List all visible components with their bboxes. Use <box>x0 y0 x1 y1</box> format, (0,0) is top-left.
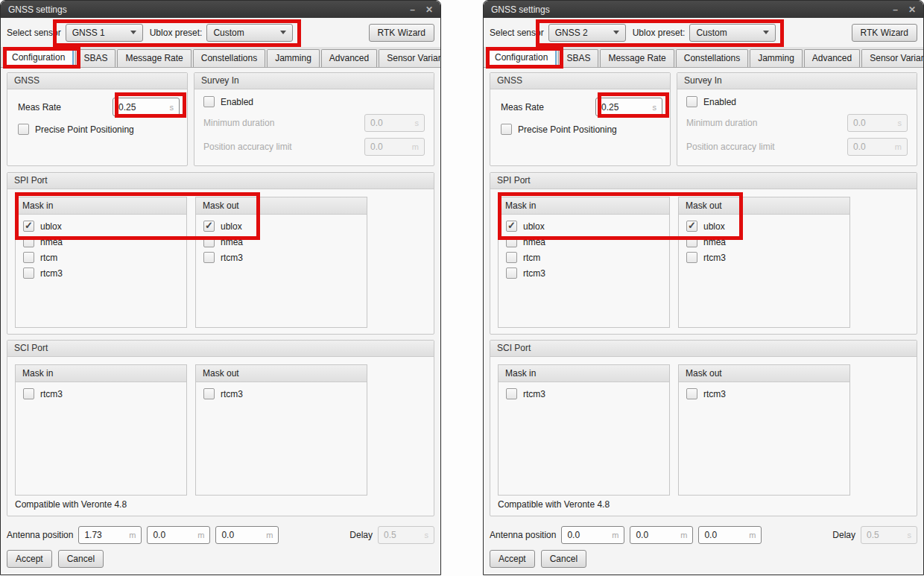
ublox-label: ublox <box>523 221 545 232</box>
list-item: rtcm3 <box>686 252 849 263</box>
minimum-duration-value: 0.0 <box>370 118 383 128</box>
delay-value: 0.5 <box>384 530 396 540</box>
minimum-duration-label: Minimum duration <box>686 118 757 128</box>
meas-rate-label: Meas Rate <box>18 102 61 113</box>
rtcm3-checkbox[interactable] <box>23 268 34 279</box>
titlebar[interactable]: GNSS settings – ✕ <box>1 1 440 18</box>
rtcm3-checkbox[interactable] <box>23 388 34 399</box>
sci-port-group-title: SCI Port <box>7 341 434 357</box>
tab-advanced[interactable]: Advanced <box>321 49 377 67</box>
rtcm-checkbox[interactable] <box>23 252 34 263</box>
nmea-checkbox[interactable] <box>203 236 215 247</box>
minimum-duration-value: 0.0 <box>853 118 866 128</box>
spi-mask-out-panel: Mask out ublox nmea rtcm3 <box>678 197 850 328</box>
compatibility-note: Compatible with Veronte 4.8 <box>7 496 434 510</box>
ublox-checkbox[interactable] <box>23 221 34 232</box>
antenna-z-input[interactable]: 0.0 m <box>215 526 279 544</box>
antenna-z-input[interactable]: 0.0 m <box>698 526 762 544</box>
tab-jamming[interactable]: Jamming <box>750 49 803 67</box>
tab-advanced[interactable]: Advanced <box>804 49 860 67</box>
tab-sensor-variance[interactable]: Sensor Variance <box>379 49 441 67</box>
nmea-checkbox[interactable] <box>23 236 34 247</box>
tab-message-rate[interactable]: Message Rate <box>117 49 191 67</box>
meas-rate-input[interactable]: 0.25 s <box>113 98 180 116</box>
tab-jamming[interactable]: Jamming <box>267 49 320 67</box>
antenna-y-input[interactable]: 0.0 m <box>147 526 210 544</box>
sensor-toolbar: Select sensor GNSS 1 Ublox preset: Custo… <box>1 18 440 47</box>
sci-mask-out-title: Mask out <box>196 365 367 382</box>
tab-configuration[interactable]: Configuration <box>486 47 557 67</box>
meas-rate-input[interactable]: 0.25 s <box>595 98 662 116</box>
survey-enabled-checkbox[interactable] <box>686 96 697 107</box>
select-sensor-label: Select sensor <box>7 28 61 38</box>
rtcm3-checkbox[interactable] <box>506 388 517 399</box>
survey-in-group-title: Survey In <box>194 73 434 89</box>
rtcm-label: rtcm <box>523 253 540 263</box>
gnss-settings-window: GNSS settings – ✕ Select sensor GNSS 1 U… <box>0 0 441 575</box>
sensor-select[interactable]: GNSS 1 <box>66 24 143 42</box>
rtcm3-checkbox[interactable] <box>203 252 215 263</box>
list-item: rtcm3 <box>506 388 669 399</box>
window-title: GNSS settings <box>8 4 67 15</box>
ublox-preset-select[interactable]: Custom <box>206 24 293 42</box>
antenna-position-row: Antenna position 1.73 m 0.0 m 0.0 m Dela… <box>1 516 440 544</box>
nmea-checkbox[interactable] <box>506 236 517 247</box>
sensor-select-value: GNSS 1 <box>72 28 105 38</box>
ublox-preset-label: Ublox preset: <box>150 28 203 38</box>
list-item: rtcm3 <box>506 268 669 279</box>
sci-port-group-title: SCI Port <box>490 341 917 357</box>
list-item: ublox <box>23 221 186 232</box>
ublox-checkbox[interactable] <box>203 221 215 232</box>
window-controls: – ✕ <box>410 5 433 14</box>
tab-constellations[interactable]: Constellations <box>676 49 748 67</box>
rtcm3-checkbox[interactable] <box>686 252 697 263</box>
ublox-checkbox[interactable] <box>686 221 697 232</box>
ublox-checkbox[interactable] <box>506 221 517 232</box>
rtcm-label: rtcm <box>40 253 57 263</box>
precise-point-positioning-checkbox[interactable] <box>501 124 512 135</box>
cancel-button[interactable]: Cancel <box>58 550 104 568</box>
tab-sbas[interactable]: SBAS <box>558 49 598 67</box>
sci-mask-in-panel: Mask in rtcm3 <box>15 364 187 496</box>
precise-point-positioning-checkbox[interactable] <box>18 124 29 135</box>
ublox-label: ublox <box>221 221 242 232</box>
configuration-tab-content: GNSS Meas Rate 0.25 s Precise Point Posi… <box>1 68 440 516</box>
antenna-z-value: 0.0 <box>221 530 234 540</box>
accept-button[interactable]: Accept <box>490 550 535 568</box>
antenna-x-value: 1.73 <box>84 530 101 540</box>
survey-enabled-checkbox[interactable] <box>203 96 215 107</box>
sci-mask-out-panel: Mask out rtcm3 <box>678 364 850 496</box>
list-item: rtcm3 <box>203 388 367 399</box>
accept-button[interactable]: Accept <box>7 550 52 568</box>
sensor-select[interactable]: GNSS 2 <box>548 24 626 42</box>
tab-constellations[interactable]: Constellations <box>193 49 265 67</box>
spi-mask-out-title: Mask out <box>196 197 367 215</box>
rtk-wizard-button[interactable]: RTK Wizard <box>369 24 434 42</box>
rtcm3-checkbox[interactable] <box>203 388 215 399</box>
antenna-x-input[interactable]: 0.0 m <box>561 526 624 544</box>
close-icon[interactable]: ✕ <box>425 5 433 14</box>
cancel-button[interactable]: Cancel <box>541 550 586 568</box>
rtcm3-checkbox[interactable] <box>686 388 697 399</box>
chevron-down-icon <box>130 31 136 34</box>
minimize-icon[interactable]: – <box>410 5 415 14</box>
ublox-label: ublox <box>40 221 62 232</box>
list-item: nmea <box>506 236 669 247</box>
rtcm-checkbox[interactable] <box>506 252 517 263</box>
tab-configuration[interactable]: Configuration <box>3 47 74 67</box>
tab-sensor-variance[interactable]: Sensor Variance <box>861 49 924 67</box>
close-icon[interactable]: ✕ <box>908 5 916 14</box>
antenna-x-input[interactable]: 1.73 m <box>78 526 142 544</box>
gnss-group-title: GNSS <box>7 73 187 89</box>
rtk-wizard-button[interactable]: RTK Wizard <box>852 24 917 42</box>
rtcm3-checkbox[interactable] <box>506 268 517 279</box>
minimize-icon[interactable]: – <box>893 5 898 14</box>
rtcm3-label: rtcm3 <box>703 389 726 399</box>
titlebar[interactable]: GNSS settings – ✕ <box>484 1 923 18</box>
nmea-checkbox[interactable] <box>686 236 697 247</box>
ublox-preset-select[interactable]: Custom <box>689 24 776 42</box>
antenna-y-input[interactable]: 0.0 m <box>630 526 693 544</box>
list-item: ublox <box>506 221 669 232</box>
tab-message-rate[interactable]: Message Rate <box>600 49 674 67</box>
tab-sbas[interactable]: SBAS <box>75 49 116 67</box>
